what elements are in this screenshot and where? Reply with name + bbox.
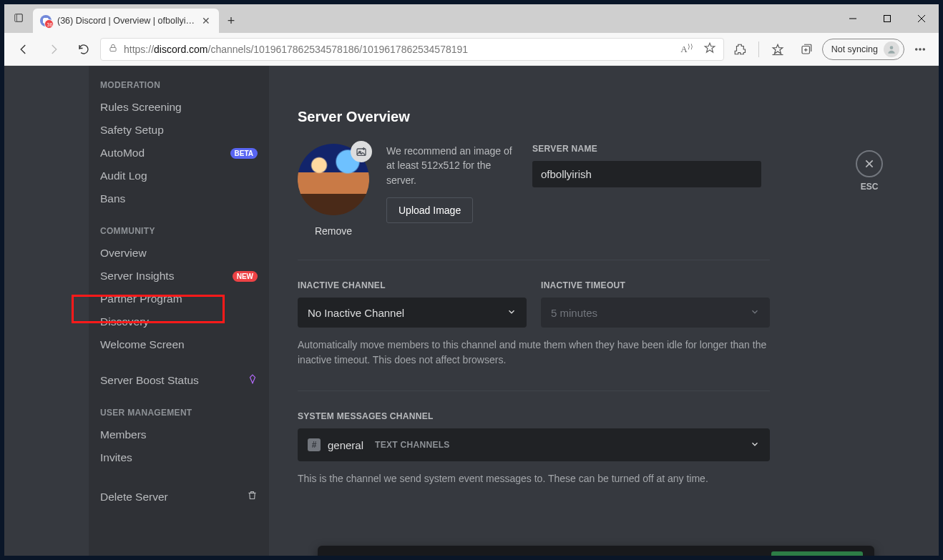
sync-label: Not syncing — [831, 44, 878, 54]
svg-point-13 — [919, 48, 921, 49]
sidebar-item-welcome-screen[interactable]: Welcome Screen — [94, 333, 263, 356]
address-bar: https://discord.com/channels/10196178625… — [4, 33, 939, 66]
svg-rect-6 — [110, 47, 116, 51]
system-help-text: This is the channel we send system event… — [298, 471, 770, 486]
save-changes-button[interactable]: Save Changes — [771, 551, 863, 556]
new-tab-button[interactable]: + — [219, 9, 243, 33]
sidebar-item-rules-screening[interactable]: Rules Screening — [94, 96, 263, 119]
sidebar-head-moderation: MODERATION — [94, 74, 263, 96]
window-titlebar: 36 (36) Discord | Overview | ofbollyi… ✕… — [4, 4, 939, 33]
svg-point-12 — [916, 48, 917, 49]
server-name-input[interactable] — [532, 161, 761, 187]
new-badge: NEW — [233, 271, 258, 282]
url-text: https://discord.com/channels/10196178625… — [124, 44, 468, 55]
extensions-icon[interactable] — [727, 36, 753, 62]
tab-title: (36) Discord | Overview | ofbollyi… — [57, 16, 195, 26]
sidebar-item-server-insights[interactable]: Server InsightsNEW — [94, 265, 263, 288]
close-settings-button[interactable]: ESC — [856, 150, 883, 192]
svg-rect-3 — [884, 16, 891, 22]
image-recommendation-text: We recommend an image of at least 512x51… — [386, 144, 515, 187]
sidebar-head-user-management: USER MANAGEMENT — [94, 402, 263, 423]
page-title: Server Overview — [298, 109, 910, 125]
sidebar-item-bans[interactable]: Bans — [94, 187, 263, 210]
profile-avatar-icon — [884, 41, 899, 57]
inactive-channel-select[interactable]: No Inactive Channel — [298, 298, 527, 328]
nav-back-button[interactable] — [10, 36, 37, 63]
window-close-button[interactable] — [904, 4, 939, 33]
inactive-timeout-label: INACTIVE TIMEOUT — [541, 280, 770, 290]
inactive-help-text: Automatically move members to this chann… — [298, 338, 770, 368]
nav-refresh-button[interactable] — [70, 36, 97, 63]
chevron-down-icon — [750, 307, 760, 319]
boost-gem-icon — [248, 374, 258, 387]
window-minimize-button[interactable] — [836, 4, 870, 33]
svg-rect-0 — [15, 14, 23, 22]
svg-point-11 — [890, 46, 894, 49]
profile-sync-button[interactable]: Not syncing — [822, 39, 904, 60]
server-name-label: SERVER NAME — [532, 144, 910, 154]
upload-image-button[interactable]: Upload Image — [386, 197, 473, 223]
upload-image-icon[interactable] — [351, 141, 372, 162]
settings-main: ESC Server Overview Remove We recommend … — [269, 66, 939, 556]
server-icon-preview[interactable] — [298, 144, 369, 215]
chevron-down-icon — [507, 307, 517, 319]
sidebar-item-server-boost[interactable]: Server Boost Status — [94, 369, 263, 392]
remove-icon-link[interactable]: Remove — [298, 225, 369, 237]
system-channel-select[interactable]: # general TEXT CHANNELS — [298, 428, 770, 461]
divider — [298, 390, 770, 391]
system-channel-label: SYSTEM MESSAGES CHANNEL — [298, 411, 910, 421]
window-maximize-button[interactable] — [870, 4, 904, 33]
favorites-bar-icon[interactable] — [765, 36, 791, 62]
favorite-icon[interactable] — [703, 41, 716, 57]
discord-favicon-icon: 36 — [40, 15, 52, 26]
tab-actions-icon[interactable] — [4, 4, 33, 31]
chevron-down-icon — [750, 439, 760, 451]
inactive-channel-label: INACTIVE CHANNEL — [298, 280, 527, 290]
hash-icon: # — [308, 438, 321, 451]
svg-rect-1 — [16, 14, 22, 22]
collections-icon[interactable] — [793, 36, 819, 62]
sidebar-item-overview[interactable]: Overview — [94, 242, 263, 265]
sidebar-head-community: COMMUNITY — [94, 220, 263, 242]
browser-tab-active[interactable]: 36 (36) Discord | Overview | ofbollyi… ✕ — [33, 9, 219, 33]
url-input[interactable]: https://discord.com/channels/10196178625… — [100, 38, 724, 61]
close-icon — [864, 158, 875, 170]
sidebar-item-invites[interactable]: Invites — [94, 446, 263, 469]
sidebar-item-discovery[interactable]: Discovery — [94, 310, 263, 333]
sidebar-item-members[interactable]: Members — [94, 423, 263, 446]
sidebar-item-partner-program[interactable]: Partner Program — [94, 288, 263, 310]
lock-icon — [108, 43, 118, 55]
read-aloud-icon[interactable]: A⟩⟩ — [680, 43, 693, 55]
svg-point-14 — [923, 48, 924, 49]
unsaved-changes-bar: Careful — you have unsaved changes! Rese… — [318, 546, 874, 556]
settings-sidebar: MODERATION Rules Screening Safety Setup … — [89, 66, 269, 556]
trash-icon — [247, 490, 258, 503]
beta-badge: BETA — [230, 148, 258, 159]
sidebar-item-automod[interactable]: AutoModBETA — [94, 142, 263, 164]
sidebar-item-safety-setup[interactable]: Safety Setup — [94, 119, 263, 142]
sidebar-item-delete-server[interactable]: Delete Server — [94, 485, 263, 509]
discord-viewport: MODERATION Rules Screening Safety Setup … — [4, 66, 939, 556]
app-menu-button[interactable] — [907, 36, 933, 62]
tab-close-icon[interactable]: ✕ — [200, 15, 212, 26]
reset-button[interactable]: Reset — [720, 553, 766, 556]
nav-forward-button[interactable] — [40, 36, 67, 63]
divider — [298, 260, 770, 260]
inactive-timeout-select[interactable]: 5 minutes — [541, 298, 770, 328]
sidebar-item-audit-log[interactable]: Audit Log — [94, 164, 263, 187]
